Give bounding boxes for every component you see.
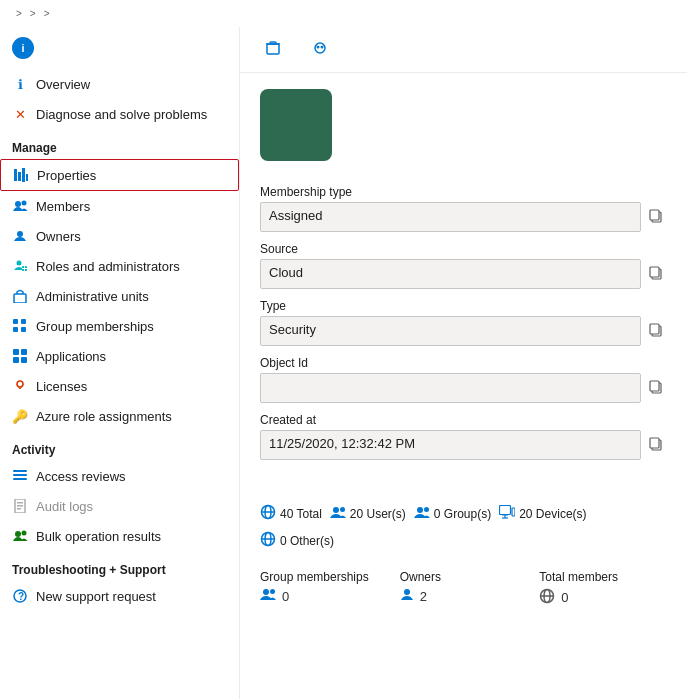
sidebar-label-applications: Applications xyxy=(36,349,106,364)
copy-btn-created-at[interactable] xyxy=(645,433,667,458)
field-label-created-at: Created at xyxy=(260,413,667,427)
svg-rect-11 xyxy=(14,294,26,303)
devices-icon xyxy=(499,505,515,522)
stat-users: 20 User(s) xyxy=(330,506,406,522)
sidebar-item-roles[interactable]: Roles and administrators xyxy=(0,251,239,281)
sidebar-label-properties: Properties xyxy=(37,168,96,183)
stat-label-groups: 0 Group(s) xyxy=(434,507,491,521)
sidebar-item-azure-roles[interactable]: 🔑 Azure role assignments xyxy=(0,401,239,431)
azure-roles-icon: 🔑 xyxy=(12,408,28,424)
direct-members-section: 40 Total 20 User(s) 0 Group(s) 20 Device… xyxy=(240,486,687,562)
sidebar-item-applications[interactable]: Applications xyxy=(0,341,239,371)
sidebar-item-admin-units[interactable]: Administrative units xyxy=(0,281,239,311)
bottom-stat-value-group-memberships: 0 xyxy=(260,588,388,604)
svg-point-54 xyxy=(424,507,429,512)
copy-btn-source[interactable] xyxy=(645,262,667,287)
sidebar-item-members[interactable]: Members xyxy=(0,191,239,221)
svg-rect-17 xyxy=(21,349,27,355)
section-label-troubleshoot: Troubleshooting + Support xyxy=(0,551,239,581)
field-group-type: Type Security xyxy=(260,299,667,346)
svg-rect-2 xyxy=(22,168,25,182)
bottom-stats: Group memberships 0 Owners 2 Total membe… xyxy=(240,562,687,615)
svg-point-65 xyxy=(404,589,410,595)
svg-point-51 xyxy=(333,507,339,513)
sidebar-item-overview[interactable]: ℹ Overview xyxy=(0,69,239,99)
applications-icon xyxy=(12,348,28,364)
groups-icon xyxy=(414,506,430,522)
sidebar-item-access-reviews[interactable]: Access reviews xyxy=(0,461,239,491)
sidebar-label-bulk-ops: Bulk operation results xyxy=(36,529,161,544)
copy-btn-object-id[interactable] xyxy=(645,376,667,401)
svg-rect-22 xyxy=(13,474,27,476)
copy-btn-type[interactable] xyxy=(645,319,667,344)
svg-rect-39 xyxy=(650,210,659,220)
field-input-row-type: Security xyxy=(260,316,667,346)
sidebar-item-audit-logs[interactable]: Audit logs xyxy=(0,491,239,521)
field-label-membership-type: Membership type xyxy=(260,185,667,199)
svg-point-36 xyxy=(317,46,320,49)
globe-gray-stat-icon xyxy=(539,588,555,607)
close-button[interactable] xyxy=(655,48,667,52)
sidebar-collapse-btn[interactable] xyxy=(219,46,227,50)
svg-point-5 xyxy=(21,201,26,206)
sidebar-label-azure-roles: Azure role assignments xyxy=(36,409,172,424)
svg-point-63 xyxy=(263,589,269,595)
field-input-object-id xyxy=(260,373,641,403)
sidebar-item-diagnose[interactable]: ✕ Diagnose and solve problems xyxy=(0,99,239,129)
delete-icon xyxy=(266,41,280,58)
svg-point-35 xyxy=(315,43,325,53)
field-label-source: Source xyxy=(260,242,667,256)
copy-btn-membership-type[interactable] xyxy=(645,205,667,230)
svg-rect-13 xyxy=(21,319,26,324)
svg-point-7 xyxy=(17,261,22,266)
svg-rect-55 xyxy=(500,506,511,515)
field-input-source: Cloud xyxy=(260,259,641,289)
svg-point-29 xyxy=(21,531,26,536)
globe-icon xyxy=(260,504,276,523)
members-stats: 40 Total 20 User(s) 0 Group(s) 20 Device… xyxy=(260,504,667,550)
stat-groups: 0 Group(s) xyxy=(414,506,491,522)
svg-rect-56 xyxy=(512,508,515,516)
svg-rect-26 xyxy=(17,505,23,507)
section-label-activity: Activity xyxy=(0,431,239,461)
field-input-type: Security xyxy=(260,316,641,346)
field-group-source: Source Cloud xyxy=(260,242,667,289)
field-input-row-object-id xyxy=(260,373,667,403)
group-memberships-icon xyxy=(12,318,28,334)
bottom-stat-group-memberships: Group memberships 0 xyxy=(260,570,388,607)
delete-button[interactable] xyxy=(260,37,291,62)
sidebar-item-support[interactable]: ? New support request xyxy=(0,581,239,611)
field-label-type: Type xyxy=(260,299,667,313)
svg-point-28 xyxy=(15,531,21,537)
sidebar-label-audit-logs: Audit logs xyxy=(36,499,93,514)
svg-rect-16 xyxy=(13,349,19,355)
svg-rect-19 xyxy=(21,357,27,363)
users-icon xyxy=(330,506,346,522)
svg-rect-25 xyxy=(17,502,23,504)
stat-total: 40 Total xyxy=(260,504,322,523)
svg-rect-45 xyxy=(650,381,659,391)
sidebar-item-bulk-ops[interactable]: Bulk operation results xyxy=(0,521,239,551)
audit-logs-icon xyxy=(12,498,28,514)
stat-others: 0 Other(s) xyxy=(260,531,334,550)
sidebar-item-group-memberships[interactable]: Group memberships xyxy=(0,311,239,341)
breadcrumb-sep-1: > xyxy=(16,8,22,19)
sidebar-label-group-memberships: Group memberships xyxy=(36,319,154,334)
sidebar-item-owners[interactable]: Owners xyxy=(0,221,239,251)
feedback-button[interactable] xyxy=(307,37,338,62)
admin-units-icon xyxy=(12,288,28,304)
svg-point-4 xyxy=(15,201,21,207)
bottom-stat-label-owners: Owners xyxy=(400,570,528,584)
bottom-stat-value-owners: 2 xyxy=(400,588,528,605)
field-label-object-id: Object Id xyxy=(260,356,667,370)
svg-rect-27 xyxy=(17,508,21,510)
sidebar-item-licenses[interactable]: Licenses xyxy=(0,371,239,401)
svg-point-64 xyxy=(270,589,275,594)
wrench-icon: ✕ xyxy=(12,106,28,122)
field-input-row-created-at: 11/25/2020, 12:32:42 PM xyxy=(260,430,667,460)
svg-rect-47 xyxy=(650,438,659,448)
svg-rect-43 xyxy=(650,324,659,334)
bottom-stat-num-total-members: 0 xyxy=(561,590,568,605)
breadcrumb-sep-3: > xyxy=(44,8,50,19)
sidebar-item-properties[interactable]: Properties xyxy=(0,159,239,191)
